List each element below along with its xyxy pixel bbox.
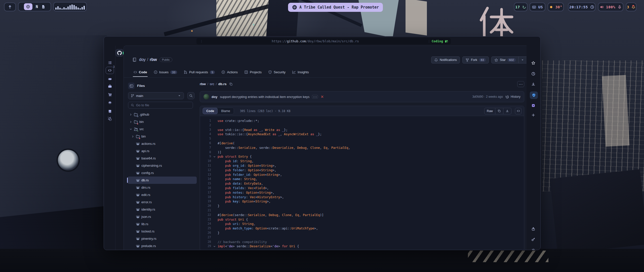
star-dropdown-button[interactable] [518, 57, 525, 63]
fold-chevron-icon[interactable] [211, 154, 218, 159]
download-raw-button[interactable] [503, 108, 511, 114]
line-number[interactable]: 4 [200, 132, 211, 137]
chevron-down-icon[interactable] [129, 128, 132, 131]
tab-pull-requests[interactable]: Pull requests5 [181, 69, 218, 77]
tree-item-json.rs[interactable]: json.rs [128, 213, 197, 220]
workspace-spiral[interactable] [108, 117, 112, 121]
chevron-right-icon[interactable] [131, 135, 134, 138]
clock-widget[interactable]: 20:17:55 [568, 3, 595, 11]
check-failed-icon[interactable] [320, 95, 324, 98]
tree-item-pinentry.rs[interactable]: pinentry.rs [128, 235, 197, 242]
line-number[interactable]: 29 [200, 244, 211, 249]
breadcrumb-link[interactable]: src [210, 82, 214, 86]
commit-details-button[interactable]: ⋯ [312, 95, 318, 98]
line-number[interactable]: 2 [200, 123, 211, 128]
line-number[interactable]: 25 [200, 226, 211, 231]
line-number[interactable]: 12 [200, 168, 211, 173]
fork-button[interactable]: Fork83 [462, 56, 489, 63]
workspace-cart[interactable] [108, 93, 112, 97]
side-tool-plus[interactable] [531, 113, 535, 117]
tree-item-edit.rs[interactable]: edit.rs [128, 191, 197, 198]
search-this-repo-button[interactable] [187, 92, 194, 99]
document-app-icon[interactable] [41, 5, 45, 9]
collapse-panel-button[interactable] [128, 83, 135, 89]
tree-item-bin[interactable]: bin [128, 133, 197, 140]
line-number[interactable]: 6 [200, 141, 211, 146]
tree-item-.github[interactable]: .github [128, 111, 197, 118]
line-number[interactable]: 10 [200, 159, 211, 163]
side-tool-key[interactable] [531, 237, 535, 241]
avatar[interactable] [204, 94, 209, 99]
workspace-active[interactable]: 1 [106, 67, 114, 74]
tree-item-base64.rs[interactable]: base64.rs [128, 155, 197, 162]
workspace-gradcap[interactable] [108, 101, 112, 105]
line-number[interactable]: 14 [200, 177, 211, 181]
browser-app-icon[interactable] [24, 3, 32, 10]
tree-item-lib.rs[interactable]: lib.rs [128, 220, 197, 228]
history-button[interactable]: History [505, 95, 520, 99]
more-options-button[interactable]: ⋯ [517, 81, 524, 87]
side-tool-clock[interactable] [531, 72, 535, 76]
commit-message-link[interactable]: support decrypting entries with individu… [220, 95, 309, 99]
github-tab[interactable] [116, 49, 123, 56]
tree-item-db.rs[interactable]: db.rs [128, 177, 197, 184]
line-number[interactable]: 26 [200, 231, 211, 235]
star-button[interactable]: Star602 [491, 56, 527, 63]
toggle-code[interactable]: Code [203, 108, 218, 114]
chevron-right-icon[interactable] [129, 113, 132, 116]
line-number[interactable]: 11 [200, 163, 211, 168]
line-number[interactable]: 3 [200, 128, 211, 132]
line-number[interactable]: 15 [200, 181, 211, 186]
line-number[interactable]: 13 [200, 173, 211, 177]
chevron-right-icon[interactable] [129, 120, 132, 123]
tree-item-identity.rs[interactable]: identity.rs [128, 206, 197, 213]
branch-selector[interactable]: main [128, 92, 184, 99]
weather-widget[interactable]: 30° [548, 3, 564, 11]
tab-actions[interactable]: Actions [219, 69, 240, 77]
line-number[interactable]: 23 [200, 217, 211, 222]
updates-widget[interactable]: 17 [514, 3, 528, 11]
line-number[interactable]: 28 [200, 240, 211, 244]
side-tool-gear[interactable] [531, 248, 535, 250]
line-number[interactable]: 5 [200, 137, 211, 141]
line-number[interactable]: 19 [200, 199, 211, 204]
url-bar[interactable]: ⋮ https://github.com/doy/rbw/blob/main/s… [196, 38, 451, 44]
tree-item-dirs.rs[interactable]: dirs.rs [128, 184, 197, 191]
tree-item-config.rs[interactable]: config.rs [128, 169, 197, 177]
side-tool-share[interactable] [531, 227, 535, 231]
tree-item-locked.rs[interactable]: locked.rs [128, 228, 197, 235]
tab-code[interactable]: Code [131, 69, 150, 77]
tree-item-actions.rs[interactable]: actions.rs [128, 140, 197, 147]
side-tool-download[interactable] [531, 82, 535, 86]
commit-author-link[interactable]: doy [212, 95, 217, 99]
app-launcher-button[interactable] [4, 3, 16, 11]
line-number[interactable]: 1 [200, 119, 211, 123]
tab-issues[interactable]: Issues33 [151, 69, 180, 77]
tree-item-src[interactable]: src [128, 125, 197, 133]
tree-item-bin[interactable]: bin [128, 118, 197, 125]
fold-chevron-icon[interactable] [211, 244, 218, 249]
side-tool-extension[interactable] [531, 104, 535, 108]
commit-sha-age[interactable]: 3d0fd90 · 2 weeks ago [472, 95, 503, 98]
volume-widget[interactable]: 100% [598, 3, 623, 11]
tree-item-api.rs[interactable]: api.rs [128, 147, 197, 155]
notifications-widget[interactable]: 3 [626, 3, 636, 11]
line-number[interactable]: 17 [200, 190, 211, 195]
workspace-briefcase[interactable] [108, 84, 112, 88]
workspace-list[interactable] [108, 61, 112, 65]
line-number[interactable]: 22 [200, 213, 211, 217]
tree-item-cipherstring.rs[interactable]: cipherstring.rs [128, 162, 197, 169]
raw-button[interactable]: Raw [485, 108, 495, 114]
breadcrumb-link[interactable]: rbw [200, 82, 206, 86]
tab-insights[interactable]: Insights [290, 69, 311, 77]
go-to-file-input[interactable]: Go to file [128, 102, 193, 109]
tab-security[interactable]: Security [266, 69, 288, 77]
trash-button[interactable] [108, 250, 112, 250]
line-number[interactable]: 18 [200, 195, 211, 199]
toggle-blame[interactable]: Blame [218, 108, 233, 114]
notifications-button[interactable]: Notifications [431, 56, 460, 63]
copy-raw-button[interactable] [495, 108, 503, 114]
notes-app-icon[interactable]: N [36, 5, 38, 9]
keyboard-layout-widget[interactable]: US [530, 3, 545, 11]
tree-item-error.rs[interactable]: error.rs [128, 198, 197, 206]
